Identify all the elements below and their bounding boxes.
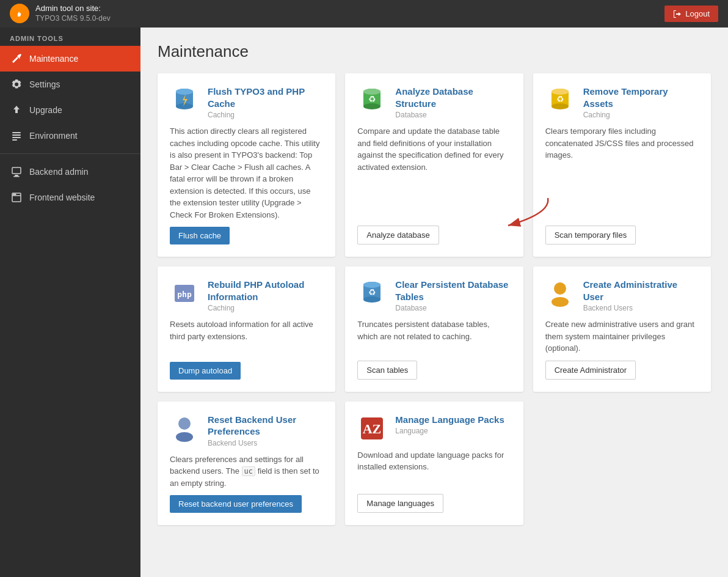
card-analyze-database: ♻ Analyze Database Structure Database Co… <box>345 73 523 257</box>
card-flush-cache-description: This action directly clears all register… <box>170 125 323 221</box>
card-manage-languages-titles: Manage Language Packs Language <box>395 414 504 436</box>
backend-icon <box>10 165 23 178</box>
card-rebuild-autoload-category: Caching <box>208 304 323 312</box>
database-clear-icon: ♻ <box>357 279 387 308</box>
svg-point-15 <box>176 89 193 95</box>
page-title: Maintenance <box>158 42 711 61</box>
card-remove-temporary-titles: Remove Temporary Assets Caching <box>583 86 699 119</box>
svg-point-37 <box>178 417 191 430</box>
card-analyze-database-title: Analyze Database Structure <box>395 86 511 109</box>
card-clear-persistent-titles: Clear Persistent Database Tables Databas… <box>395 279 511 312</box>
logout-icon <box>673 10 682 18</box>
svg-point-11 <box>15 194 16 195</box>
upgrade-icon <box>10 103 23 117</box>
svg-text:♻: ♻ <box>368 287 376 297</box>
svg-point-19 <box>363 103 380 109</box>
svg-rect-8 <box>13 176 20 177</box>
create-administrator-button[interactable]: Create Administrator <box>545 361 636 380</box>
card-clear-persistent-title: Clear Persistent Database Tables <box>395 279 511 303</box>
card-rebuild-autoload: php Rebuild PHP Autoload Information Cac… <box>158 266 335 392</box>
card-rebuild-autoload-header: php Rebuild PHP Autoload Information Cac… <box>170 279 323 312</box>
sidebar-frontend-label: Frontend website <box>29 193 95 202</box>
card-reset-preferences-description: Clears preferences and settings for all … <box>170 454 323 490</box>
temp-assets-icon: ♻ <box>545 86 575 115</box>
sidebar-divider <box>0 153 140 154</box>
card-flush-cache-header: Flush TYPO3 and PHP Cache Caching <box>170 86 323 119</box>
card-remove-temporary-header: ♻ Remove Temporary Assets Caching <box>545 86 699 119</box>
card-analyze-database-header: ♻ Analyze Database Structure Database <box>357 86 511 119</box>
card-clear-persistent-category: Database <box>395 304 511 312</box>
gear-icon <box>10 78 23 91</box>
environment-icon <box>10 129 23 142</box>
topbar-logo <box>10 4 29 23</box>
svg-text:php: php <box>177 290 192 299</box>
content-area: Maintenance <box>140 28 728 577</box>
card-reset-preferences-titles: Reset Backend User Preferences Backend U… <box>208 414 323 447</box>
topbar-subtitle: TYPO3 CMS 9.5.0-dev <box>35 14 111 24</box>
card-manage-languages-title: Manage Language Packs <box>395 414 504 426</box>
sidebar-item-settings[interactable]: Settings <box>0 72 140 97</box>
topbar: Admin tool on site: TYPO3 CMS 9.5.0-dev … <box>0 0 728 28</box>
card-analyze-database-titles: Analyze Database Structure Database <box>395 86 511 119</box>
analyze-database-button[interactable]: Analyze database <box>357 226 439 244</box>
card-create-admin-title: Create Administrative User <box>583 279 699 303</box>
sidebar-item-upgrade[interactable]: Upgrade <box>0 97 140 123</box>
card-manage-languages-header: AZ Manage Language Packs Language <box>357 414 511 443</box>
scan-temporary-files-button[interactable]: Scan temporary files <box>545 226 636 244</box>
sidebar-item-maintenance[interactable]: Maintenance <box>0 46 140 72</box>
scan-tables-button[interactable]: Scan tables <box>357 361 417 380</box>
svg-text:AZ: AZ <box>363 421 382 436</box>
card-clear-persistent-description: Truncates persistent database tables, wh… <box>357 318 511 355</box>
sidebar: ADMIN TOOLS Maintenance Settings <box>0 28 140 577</box>
sidebar-section-title: ADMIN TOOLS <box>0 28 140 46</box>
card-flush-cache-titles: Flush TYPO3 and PHP Cache Caching <box>208 86 323 119</box>
reset-user-icon <box>170 414 199 443</box>
sidebar-item-environment[interactable]: Environment <box>0 123 140 149</box>
card-reset-preferences-title: Reset Backend User Preferences <box>208 414 323 438</box>
card-manage-languages: AZ Manage Language Packs Language Downlo… <box>345 402 523 526</box>
sidebar-item-backend-admin[interactable]: Backend admin <box>0 159 140 185</box>
svg-rect-5 <box>12 139 17 141</box>
wrench-icon <box>10 52 23 65</box>
manage-languages-button[interactable]: Manage languages <box>357 494 443 513</box>
card-create-admin: Create Administrative User Backend Users… <box>533 266 711 392</box>
card-reset-preferences: Reset Backend User Preferences Backend U… <box>158 402 335 526</box>
analyze-db-btn-wrapper: Analyze database <box>357 226 511 244</box>
svg-point-36 <box>551 297 569 307</box>
php-icon: php <box>170 279 199 308</box>
card-create-admin-description: Create new administrative users and gran… <box>545 318 699 355</box>
database-analyze-icon: ♻ <box>357 86 387 115</box>
dump-autoload-button[interactable]: Dump autoload <box>170 362 241 380</box>
sidebar-item-frontend-website[interactable]: Frontend website <box>0 185 140 210</box>
cache-icon <box>170 86 199 115</box>
card-reset-preferences-header: Reset Backend User Preferences Backend U… <box>170 414 323 447</box>
card-remove-temporary-description: Clears temporary files including concate… <box>545 125 699 219</box>
card-create-admin-titles: Create Administrative User Backend Users <box>583 279 699 312</box>
card-analyze-database-description: Compare and update the database table an… <box>357 125 511 219</box>
card-manage-languages-category: Language <box>395 427 504 435</box>
card-manage-languages-description: Download and update language packs for i… <box>357 449 511 488</box>
card-reset-preferences-category: Backend Users <box>208 439 323 447</box>
topbar-site-label: Admin tool on site: <box>35 4 111 14</box>
svg-rect-3 <box>12 134 21 136</box>
svg-text:♻: ♻ <box>368 94 376 104</box>
svg-point-32 <box>363 296 380 303</box>
card-clear-persistent-header: ♻ Clear Persistent Database Tables Datab… <box>357 279 511 312</box>
main-layout: ADMIN TOOLS Maintenance Settings <box>0 28 728 577</box>
svg-rect-6 <box>12 167 21 174</box>
card-flush-cache: Flush TYPO3 and PHP Cache Caching This a… <box>158 73 335 257</box>
sidebar-maintenance-label: Maintenance <box>29 54 78 64</box>
sidebar-upgrade-label: Upgrade <box>29 105 62 115</box>
svg-text:♻: ♻ <box>556 94 564 104</box>
sidebar-settings-label: Settings <box>29 79 60 89</box>
svg-point-38 <box>176 432 193 442</box>
logout-button[interactable]: Logout <box>664 6 718 22</box>
card-analyze-database-category: Database <box>395 111 511 119</box>
card-remove-temporary-category: Caching <box>583 111 699 119</box>
flush-cache-button[interactable]: Flush cache <box>170 227 230 244</box>
reset-backend-user-preferences-button[interactable]: Reset backend user preferences <box>170 495 302 513</box>
svg-rect-7 <box>15 175 18 176</box>
card-remove-temporary: ♻ Remove Temporary Assets Caching Clears… <box>533 73 711 257</box>
logout-label: Logout <box>685 9 710 18</box>
topbar-title: Admin tool on site: TYPO3 CMS 9.5.0-dev <box>35 4 111 23</box>
